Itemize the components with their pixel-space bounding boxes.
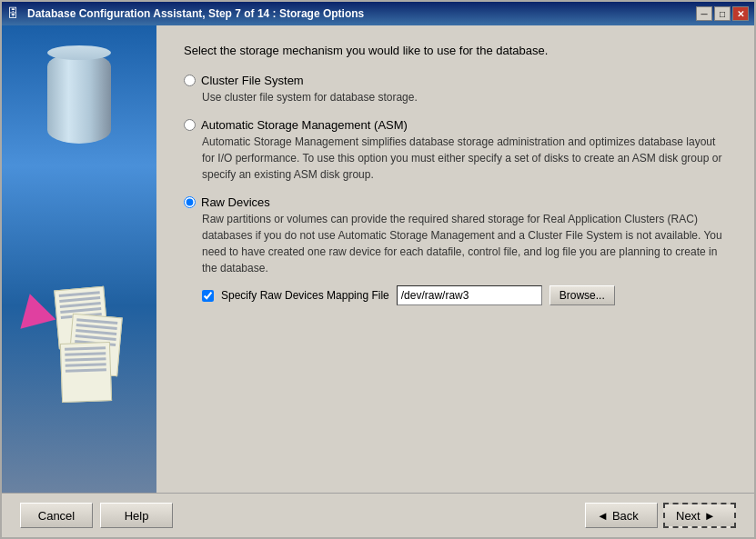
mapping-file-checkbox[interactable] <box>202 290 214 302</box>
right-panel: Select the storage mechanism you would l… <box>156 25 754 493</box>
mapping-file-input[interactable] <box>397 285 542 305</box>
mapping-file-row: Specify Raw Devices Mapping File Browse.… <box>202 285 727 305</box>
back-button[interactable]: ◄ Back <box>585 503 658 528</box>
asm-desc: Automatic Storage Management simplifies … <box>202 134 727 183</box>
cancel-button[interactable]: Cancel <box>20 503 93 528</box>
window-controls: ─ □ ✕ <box>696 6 749 21</box>
raw-devices-radio[interactable] <box>184 196 196 208</box>
arrow-graphic <box>20 294 60 337</box>
cylinder-graphic <box>47 53 111 144</box>
asm-option: Automatic Storage Management (ASM) Autom… <box>184 118 727 183</box>
browse-button[interactable]: Browse... <box>549 285 615 305</box>
asm-radio[interactable] <box>184 119 196 131</box>
next-label: Next <box>676 509 701 523</box>
app-icon: 🗄 <box>7 6 22 21</box>
close-button[interactable]: ✕ <box>732 6 749 21</box>
window-title: Database Configuration Assistant, Step 7… <box>27 7 696 20</box>
maximize-button[interactable]: □ <box>714 6 731 21</box>
instruction-text: Select the storage mechanism you would l… <box>184 44 727 57</box>
left-panel <box>2 25 156 493</box>
help-button[interactable]: Help <box>100 503 173 528</box>
raw-devices-option: Raw Devices Raw partitions or volumes ca… <box>184 195 727 305</box>
next-arrow-icon: ► <box>704 509 716 523</box>
title-bar: 🗄 Database Configuration Assistant, Step… <box>2 2 754 25</box>
bottom-left-buttons: Cancel Help <box>20 503 173 528</box>
back-arrow-icon: ◄ <box>597 509 609 523</box>
main-window: 🗄 Database Configuration Assistant, Step… <box>0 0 756 539</box>
next-button[interactable]: Next ► <box>663 503 736 528</box>
raw-devices-label: Raw Devices <box>201 195 270 209</box>
minimize-button[interactable]: ─ <box>696 6 712 21</box>
cluster-fs-desc: Use cluster file system for database sto… <box>202 89 727 105</box>
storage-options-group: Cluster File System Use cluster file sys… <box>184 74 727 305</box>
paper-graphic-3 <box>60 342 112 403</box>
mapping-file-label: Specify Raw Devices Mapping File <box>221 289 389 302</box>
bottom-right-buttons: ◄ Back Next ► <box>585 503 736 528</box>
cluster-fs-label: Cluster File System <box>201 74 304 87</box>
cluster-fs-option: Cluster File System Use cluster file sys… <box>184 74 727 105</box>
raw-devices-desc: Raw partitions or volumes can provide th… <box>202 211 727 276</box>
back-label: Back <box>612 509 639 523</box>
content-area: Select the storage mechanism you would l… <box>2 25 754 493</box>
asm-label: Automatic Storage Management (ASM) <box>201 118 408 132</box>
bottom-bar: Cancel Help ◄ Back Next ► <box>2 493 754 537</box>
cluster-fs-radio[interactable] <box>184 75 196 86</box>
